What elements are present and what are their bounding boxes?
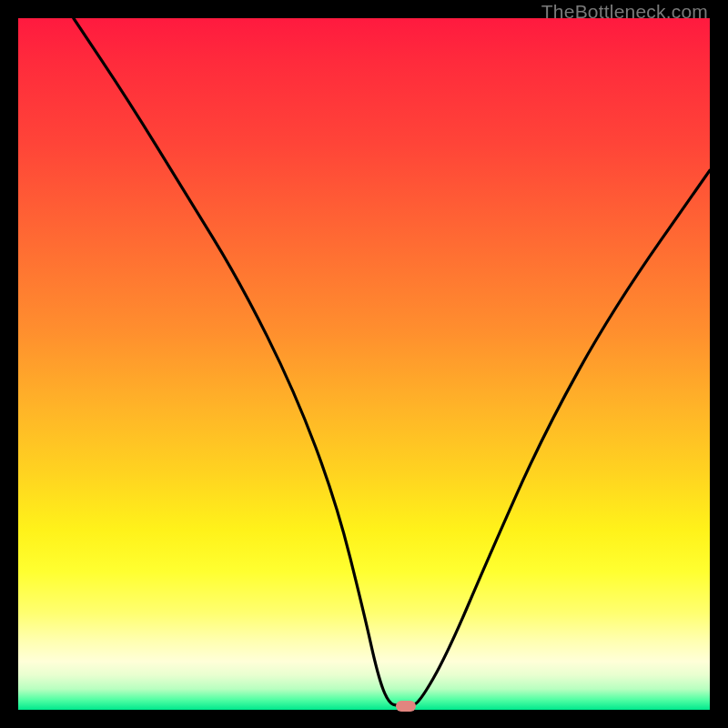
chart-frame: TheBottleneck.com (0, 0, 728, 728)
plot-area (18, 18, 710, 710)
optimum-marker (396, 701, 416, 712)
bottleneck-curve (18, 18, 710, 710)
